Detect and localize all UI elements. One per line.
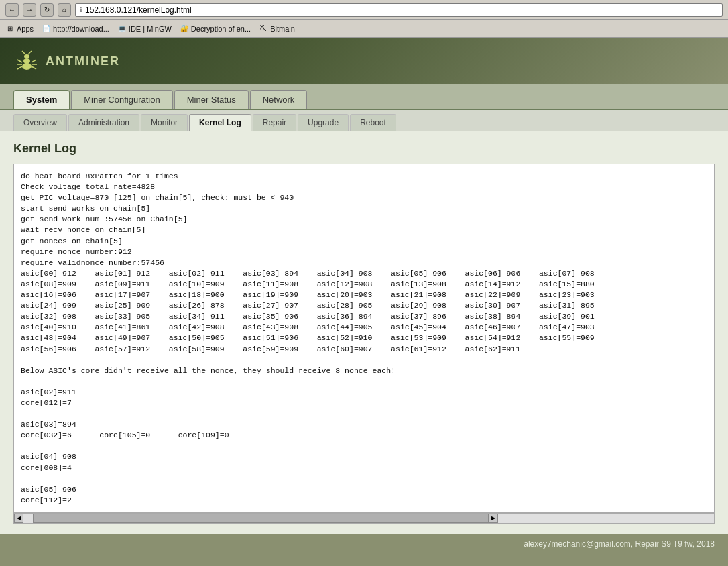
ant-logo-icon: [13, 48, 40, 74]
address-text: 152.168.0.121/kernelLog.html: [85, 5, 192, 15]
subnav-monitor[interactable]: Monitor: [141, 114, 188, 131]
download-icon: 📄: [42, 24, 51, 34]
subnav-kernel-log[interactable]: Kernel Log: [189, 114, 251, 131]
bookmark-bitmain-label: Bitmain: [270, 25, 295, 33]
svg-line-6: [32, 60, 36, 62]
browser-toolbar: ← → ↻ ⌂ ℹ 152.168.0.121/kernelLog.html: [0, 0, 728, 20]
page-content: Kernel Log do heat board 8xPatten for 1 …: [0, 131, 728, 534]
bookmark-decryption-label: Decryption of en...: [191, 25, 251, 33]
svg-line-3: [17, 60, 22, 62]
antminer-header: ANTMINER: [0, 38, 728, 84]
main-content: System Miner Configuration Miner Status …: [0, 84, 728, 534]
footer: alexey7mechanic@gmail.com, Repair S9 T9 …: [0, 534, 728, 554]
subnav-overview[interactable]: Overview: [13, 114, 67, 131]
antminer-brand-text: ANTMINER: [46, 54, 120, 68]
page-title: Kernel Log: [13, 142, 715, 156]
svg-line-5: [17, 66, 22, 69]
tab-miner-status[interactable]: Miner Status: [174, 90, 249, 109]
subnav-administration[interactable]: Administration: [68, 114, 139, 131]
bookmark-download[interactable]: 📄 http://download...: [42, 24, 109, 34]
apps-icon: ⊞: [5, 24, 15, 34]
subnav-upgrade[interactable]: Upgrade: [298, 114, 349, 131]
kernel-log-output[interactable]: do heat board 8xPatten for 1 times Check…: [13, 164, 715, 513]
scrollbar-left-button[interactable]: ◀: [14, 514, 23, 523]
bookmark-decryption[interactable]: 🔐 Decryption of en...: [180, 24, 251, 34]
scrollbar-right-button[interactable]: ▶: [489, 514, 498, 523]
footer-text: alexey7mechanic@gmail.com, Repair S9 T9 …: [524, 539, 715, 549]
back-button[interactable]: ←: [5, 3, 19, 17]
bookmark-download-label: http://download...: [53, 25, 109, 33]
subnav-repair[interactable]: Repair: [253, 114, 296, 131]
sub-nav: Overview Administration Monitor Kernel L…: [0, 110, 728, 131]
subnav-reboot[interactable]: Reboot: [350, 114, 396, 131]
forward-button[interactable]: →: [23, 3, 36, 17]
horizontal-scrollbar[interactable]: ◀ ▶: [13, 513, 715, 524]
tab-bar: System Miner Configuration Miner Status …: [0, 84, 728, 110]
svg-line-8: [32, 66, 36, 69]
svg-point-2: [24, 54, 29, 58]
bookmark-apps[interactable]: ⊞ Apps: [5, 24, 34, 34]
bookmarks-bar: ⊞ Apps 📄 http://download... 💻 IDE | MinG…: [0, 20, 728, 38]
svg-point-0: [22, 63, 32, 70]
svg-line-9: [22, 51, 25, 54]
tab-system[interactable]: System: [13, 90, 70, 109]
bitmain-icon: ⛏: [259, 24, 268, 34]
ide-icon: 💻: [117, 24, 127, 34]
antminer-logo: ANTMINER: [13, 48, 120, 74]
bookmark-ide[interactable]: 💻 IDE | MinGW: [117, 24, 172, 34]
svg-line-10: [28, 51, 32, 54]
scrollbar-thumb[interactable]: [33, 514, 489, 523]
app-container: ANTMINER System Miner Configuration Mine…: [0, 38, 728, 566]
bookmark-ide-label: IDE | MinGW: [129, 25, 172, 33]
lock-icon: ℹ: [80, 6, 82, 13]
refresh-button[interactable]: ↻: [40, 3, 54, 17]
home-button[interactable]: ⌂: [58, 3, 71, 17]
address-bar[interactable]: ℹ 152.168.0.121/kernelLog.html: [75, 3, 723, 17]
bookmark-bitmain[interactable]: ⛏ Bitmain: [259, 24, 295, 34]
bookmark-apps-label: Apps: [17, 25, 34, 33]
decryption-icon: 🔐: [180, 24, 189, 34]
svg-point-1: [23, 58, 30, 64]
tab-network[interactable]: Network: [250, 90, 308, 109]
tab-miner-configuration[interactable]: Miner Configuration: [71, 90, 172, 109]
